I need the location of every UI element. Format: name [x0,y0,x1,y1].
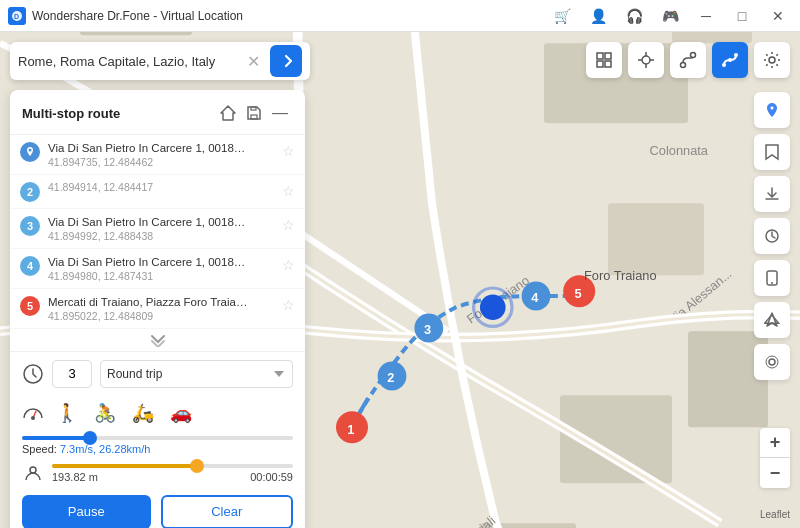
panel-title: Multi-stop route [22,106,215,121]
svg-point-51 [728,58,732,62]
svg-text:Foro Traiano: Foro Traiano [584,268,657,283]
route-item: 5 Mercati di Traiano, Piazza Foro Traian… [10,289,305,329]
map-tool-route[interactable] [670,42,706,78]
panel-header: Multi-stop route — [10,90,305,135]
pause-button[interactable]: Pause [22,495,151,528]
map-tool-grid[interactable] [586,42,622,78]
game-icon[interactable]: 🎮 [656,5,684,27]
svg-text:Colonnata: Colonnata [650,143,709,158]
route-details-5: Mercati di Traiano, Piazza Foro Traian..… [48,295,282,322]
phone-button[interactable] [754,260,790,296]
route-item: 4 Via Di San Pietro In Carcere 1, 00187.… [10,249,305,289]
minimize-button[interactable]: ─ [692,5,720,27]
zoom-in-button[interactable]: + [760,428,790,458]
svg-rect-41 [597,61,603,67]
right-sidebar [754,92,790,380]
clock-button[interactable] [754,218,790,254]
route-num-2: 2 [20,182,40,202]
route-details-2: 41.894914, 12.484417 [48,181,282,193]
svg-rect-6 [80,32,192,35]
chevron-row[interactable] [10,329,305,352]
svg-text:5: 5 [574,286,581,301]
svg-point-65 [30,467,36,473]
cart-icon[interactable]: 🛒 [548,5,576,27]
svg-point-56 [771,282,773,284]
close-button[interactable]: ✕ [764,5,792,27]
title-bar: D Wondershare Dr.Fone - Virtual Location… [0,0,800,32]
transport-scooter[interactable]: 🛵 [128,398,158,428]
zoom-out-button[interactable]: − [760,458,790,488]
app-title: Wondershare Dr.Fone - Virtual Location [32,9,548,23]
svg-point-64 [31,416,35,420]
route-coords-4: 41.894980, 12.487431 [48,270,282,282]
svg-rect-40 [605,53,611,59]
location-button[interactable] [754,344,790,380]
route-addr-4: Via Di San Pietro In Carcere 1, 00187... [48,255,248,270]
speed-slider-wrap [22,436,293,440]
panel-collapse-button[interactable]: — [267,100,293,126]
transport-row: 🚶 🚴 🛵 🚗 [22,398,293,428]
bookmark-button[interactable] [754,134,790,170]
user-icon[interactable]: 👤 [584,5,612,27]
navigation-button[interactable] [754,302,790,338]
svg-rect-59 [251,115,257,119]
route-star-3[interactable]: ☆ [282,217,295,233]
speed-value: 7.3m/s, [60,443,99,455]
route-num-4: 4 [20,256,40,276]
distance-slider-track[interactable] [52,464,293,468]
route-coords-3: 41.894992, 12.488438 [48,230,282,242]
speed-kmh: 26.28km/h [99,443,150,455]
svg-point-52 [734,53,738,57]
route-star-1[interactable]: ☆ [282,143,295,159]
speed-label: Speed: 7.3m/s, 26.28km/h [22,443,293,455]
route-addr-1: Via Di San Pietro In Carcere 1, 00186 Ro… [48,141,248,156]
svg-point-32 [480,294,506,320]
download-button[interactable] [754,176,790,212]
zoom-controls: + − [760,428,790,488]
search-input[interactable] [18,54,243,69]
route-coords-1: 41.894735, 12.484462 [48,156,282,168]
route-list: Via Di San Pietro In Carcere 1, 00186 Ro… [10,135,305,329]
google-maps-button[interactable] [754,92,790,128]
route-star-2[interactable]: ☆ [282,183,295,199]
transport-bike[interactable]: 🚴 [90,398,120,428]
controls-area: Round trip One way Infinite loop 🚶 🚴 🛵 🚗 [10,352,305,528]
distance-value: 193.82 m [52,471,98,483]
distance-label: 193.82 m 00:00:59 [52,471,293,483]
panel-save-button[interactable] [241,100,267,126]
route-item: 3 Via Di San Pietro In Carcere 1, 00187.… [10,209,305,249]
speed-slider-track[interactable] [22,436,293,440]
svg-text:3: 3 [424,322,431,337]
route-addr-5: Mercati di Traiano, Piazza Foro Traian..… [48,295,248,310]
route-details-1: Via Di San Pietro In Carcere 1, 00186 Ro… [48,141,282,168]
headset-icon[interactable]: 🎧 [620,5,648,27]
map-toolbar [586,42,790,78]
maximize-button[interactable]: □ [728,5,756,27]
route-num-3: 3 [20,216,40,236]
transport-walk[interactable]: 🚶 [52,398,82,428]
route-details-3: Via Di San Pietro In Carcere 1, 00187...… [48,215,282,242]
clock-icon [22,363,44,385]
route-coords-2: 41.894914, 12.484417 [48,181,282,193]
speedometer-icon [22,403,44,423]
transport-car[interactable]: 🚗 [166,398,196,428]
trip-count-input[interactable] [52,360,92,388]
speed-row: Speed: 7.3m/s, 26.28km/h [22,436,293,455]
dist-slider-wrap: 193.82 m 00:00:59 [52,464,293,483]
search-submit-button[interactable] [270,45,302,77]
trip-type-select[interactable]: Round trip One way Infinite loop [100,360,293,388]
app-logo: D [8,7,26,25]
map-tool-settings[interactable] [754,42,790,78]
route-star-5[interactable]: ☆ [282,297,295,313]
clear-button[interactable]: Clear [161,495,294,528]
svg-point-48 [681,63,686,68]
route-num-1 [20,142,40,162]
leaflet-badge: Leaflet [760,509,790,520]
map-tool-crosshair[interactable] [628,42,664,78]
distance-icon [22,463,44,485]
svg-text:1: 1 [347,422,354,437]
search-clear-button[interactable]: ✕ [243,52,264,71]
map-tool-multistop[interactable] [712,42,748,78]
route-star-4[interactable]: ☆ [282,257,295,273]
panel-export-button[interactable] [215,100,241,126]
